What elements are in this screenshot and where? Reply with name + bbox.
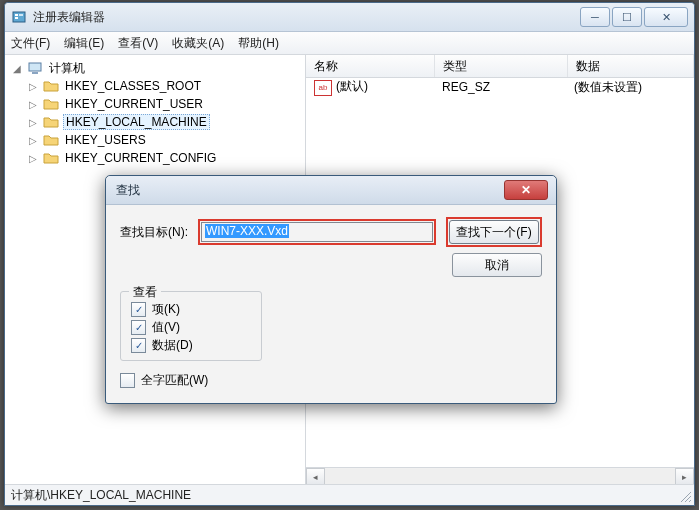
scroll-right-button[interactable]: ▸ xyxy=(675,468,694,485)
find-next-highlight: 查找下一个(F) xyxy=(446,217,542,247)
col-header-data[interactable]: 数据 xyxy=(568,55,694,77)
data-checkbox-row[interactable]: ✓ 数据(D) xyxy=(131,336,251,354)
cell-name: (默认) xyxy=(336,79,368,93)
look-at-groupbox: 查看 ✓ 项(K) ✓ 值(V) ✓ 数据(D) xyxy=(120,291,262,361)
horizontal-scrollbar[interactable]: ◂ ▸ xyxy=(306,467,694,485)
folder-icon xyxy=(43,97,59,111)
keys-checkbox-row[interactable]: ✓ 项(K) xyxy=(131,300,251,318)
svg-rect-0 xyxy=(13,12,25,22)
tree-node-hkcc[interactable]: ▷ HKEY_CURRENT_CONFIG xyxy=(5,149,305,167)
menubar: 文件(F) 编辑(E) 查看(V) 收藏夹(A) 帮助(H) xyxy=(5,32,694,55)
collapse-icon[interactable]: ◢ xyxy=(11,63,23,74)
menu-help[interactable]: 帮助(H) xyxy=(238,35,279,52)
list-header[interactable]: 名称 类型 数据 xyxy=(306,55,694,78)
svg-rect-1 xyxy=(15,14,18,16)
tree-label: HKEY_CURRENT_USER xyxy=(63,97,205,111)
titlebar[interactable]: 注册表编辑器 ─ ☐ ✕ xyxy=(5,3,694,32)
values-checkbox-row[interactable]: ✓ 值(V) xyxy=(131,318,251,336)
find-input-selection: WIN7-XXX.Vxd xyxy=(205,224,289,238)
find-target-label: 查找目标(N): xyxy=(120,224,198,241)
checkbox-checked-icon[interactable]: ✓ xyxy=(131,302,146,317)
values-label: 值(V) xyxy=(152,319,180,336)
resize-grip[interactable] xyxy=(680,491,692,503)
minimize-button[interactable]: ─ xyxy=(580,7,610,27)
find-target-input[interactable]: WIN7-XXX.Vxd xyxy=(201,222,433,242)
look-at-legend: 查看 xyxy=(129,284,161,301)
string-value-icon: ab xyxy=(314,80,332,96)
expand-icon[interactable]: ▷ xyxy=(27,99,39,110)
dialog-close-button[interactable]: ✕ xyxy=(504,180,548,200)
app-icon xyxy=(11,9,27,25)
expand-icon[interactable]: ▷ xyxy=(27,81,39,92)
expand-icon[interactable]: ▷ xyxy=(27,117,39,128)
cancel-button[interactable]: 取消 xyxy=(452,253,542,277)
data-label: 数据(D) xyxy=(152,337,193,354)
svg-rect-4 xyxy=(29,63,41,71)
computer-icon xyxy=(27,60,43,76)
folder-icon xyxy=(43,79,59,93)
whole-string-checkbox-row[interactable]: 全字匹配(W) xyxy=(120,371,542,389)
tree-node-hklm[interactable]: ▷ HKEY_LOCAL_MACHINE xyxy=(5,113,305,131)
tree-node-hku[interactable]: ▷ HKEY_USERS xyxy=(5,131,305,149)
folder-icon xyxy=(43,151,59,165)
find-dialog[interactable]: 查找 ✕ 查找目标(N): WIN7-XXX.Vxd 查找下一个(F) 取消 查… xyxy=(105,175,557,404)
cell-data: (数值未设置) xyxy=(566,79,694,96)
col-header-name[interactable]: 名称 xyxy=(306,55,435,77)
scroll-track[interactable] xyxy=(325,469,675,484)
dialog-titlebar[interactable]: 查找 ✕ xyxy=(106,176,556,205)
svg-rect-2 xyxy=(15,17,18,19)
menu-favorites[interactable]: 收藏夹(A) xyxy=(172,35,224,52)
checkbox-checked-icon[interactable]: ✓ xyxy=(131,320,146,335)
menu-file[interactable]: 文件(F) xyxy=(11,35,50,52)
svg-rect-3 xyxy=(19,14,23,16)
expand-icon[interactable]: ▷ xyxy=(27,153,39,164)
tree-label: HKEY_LOCAL_MACHINE xyxy=(63,114,210,130)
expand-icon[interactable]: ▷ xyxy=(27,135,39,146)
dialog-title: 查找 xyxy=(114,182,504,199)
statusbar: 计算机\HKEY_LOCAL_MACHINE xyxy=(5,484,694,505)
checkbox-unchecked-icon[interactable] xyxy=(120,373,135,388)
maximize-button[interactable]: ☐ xyxy=(612,7,642,27)
menu-view[interactable]: 查看(V) xyxy=(118,35,158,52)
cell-type: REG_SZ xyxy=(434,80,566,94)
menu-edit[interactable]: 编辑(E) xyxy=(64,35,104,52)
tree-node-computer[interactable]: ◢ 计算机 xyxy=(5,59,305,77)
find-input-highlight: WIN7-XXX.Vxd xyxy=(198,219,436,245)
folder-icon xyxy=(43,133,59,147)
folder-icon xyxy=(43,115,59,129)
tree-node-hkcr[interactable]: ▷ HKEY_CLASSES_ROOT xyxy=(5,77,305,95)
find-next-button[interactable]: 查找下一个(F) xyxy=(449,220,539,244)
statusbar-path: 计算机\HKEY_LOCAL_MACHINE xyxy=(11,487,191,504)
tree-node-hkcu[interactable]: ▷ HKEY_CURRENT_USER xyxy=(5,95,305,113)
svg-rect-5 xyxy=(32,72,38,74)
tree-label: HKEY_CLASSES_ROOT xyxy=(63,79,203,93)
col-header-type[interactable]: 类型 xyxy=(435,55,568,77)
list-row[interactable]: ab(默认) REG_SZ (数值未设置) xyxy=(306,78,694,96)
tree-label: HKEY_CURRENT_CONFIG xyxy=(63,151,218,165)
tree-label: HKEY_USERS xyxy=(63,133,148,147)
keys-label: 项(K) xyxy=(152,301,180,318)
checkbox-checked-icon[interactable]: ✓ xyxy=(131,338,146,353)
tree-label: 计算机 xyxy=(47,60,87,77)
close-button[interactable]: ✕ xyxy=(644,7,688,27)
whole-string-label: 全字匹配(W) xyxy=(141,372,208,389)
scroll-left-button[interactable]: ◂ xyxy=(306,468,325,485)
window-title: 注册表编辑器 xyxy=(33,9,580,26)
